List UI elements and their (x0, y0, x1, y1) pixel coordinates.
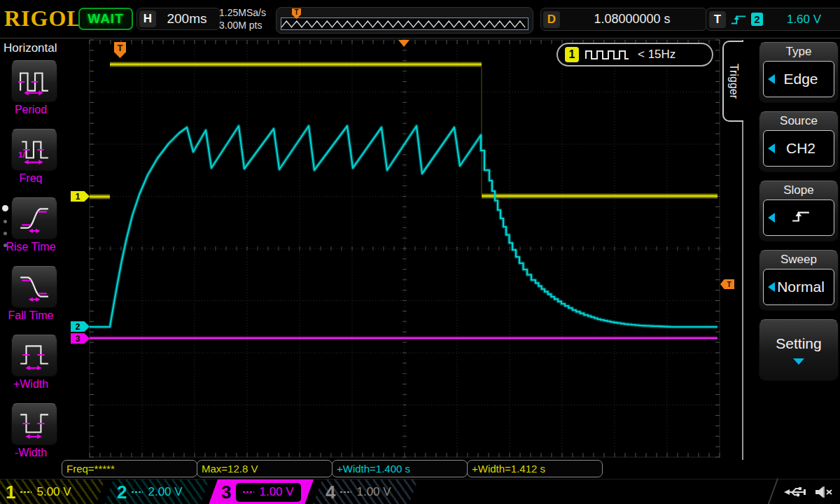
slope-value-box[interactable] (763, 200, 834, 236)
channel1-scale: 5.00 V (36, 485, 71, 499)
badge-channel-chip: 1 (565, 47, 579, 62)
measurement-max: Max=12.8 V (197, 460, 332, 477)
rising-edge-icon (791, 209, 811, 223)
trigger-source-group[interactable]: Source CH2 (759, 111, 839, 172)
left-triangle-icon (768, 213, 775, 223)
channel4-number: 4 (326, 480, 335, 504)
menu-tab-trigger: Trigger (722, 41, 743, 122)
channel2-scale: 2.00 V (148, 485, 182, 499)
scope-display: T T 1 2 3 1 < 15Hz Freq=***** Max=12.8 V… (62, 38, 721, 479)
channel3-status[interactable]: 3 1.00 V (209, 479, 314, 504)
channel3-inner: 1.00 V (236, 483, 300, 502)
slope-label: Slope (760, 181, 838, 199)
left-triangle-icon (768, 282, 775, 292)
dc-coupling-icon (132, 491, 143, 493)
channel-bar-separator (767, 478, 778, 504)
graticule-and-traces (0, 0, 840, 504)
trigger-frequency-badge: 1 < 15Hz (556, 43, 713, 66)
setting-label: Setting (776, 335, 821, 352)
channel1-status[interactable]: 1 5.00 V (0, 479, 105, 504)
usb-icon (784, 486, 808, 498)
channel4-scale: 1.00 V (356, 485, 391, 499)
sweep-value: Normal (775, 279, 827, 295)
measurement-pwidth2: +Width=1.412 s (467, 460, 603, 477)
sweep-value-box[interactable]: Normal (763, 269, 834, 305)
source-value: CH2 (775, 140, 827, 157)
down-triangle-icon (793, 358, 804, 365)
channel1-number: 1 (6, 480, 15, 504)
source-label: Source (760, 112, 838, 130)
type-value: Edge (775, 71, 827, 88)
sweep-label: Sweep (760, 251, 838, 268)
dc-coupling-icon (243, 491, 254, 493)
trigger-type-group[interactable]: Type Edge (759, 42, 839, 103)
channel2-number: 2 (117, 480, 127, 504)
badge-frequency-text: < 15Hz (638, 48, 676, 62)
channel4-inner: 1.00 V (340, 485, 391, 499)
slope-value-icon-wrap (775, 209, 827, 227)
trigger-setting-group[interactable]: Setting (759, 319, 839, 381)
channel2-inner: 2.00 V (132, 485, 182, 499)
trigger-slope-group[interactable]: Slope (759, 181, 839, 241)
measurement-pwidth1: +Width=1.400 s (332, 460, 468, 477)
trigger-menu: Trigger Type Edge Source CH2 Slope (721, 38, 840, 479)
channel1-inner: 5.00 V (20, 485, 71, 499)
source-value-box[interactable]: CH2 (763, 130, 834, 167)
oscilloscope-screen: RIGOL WAIT H 200ms 1.25MSa/s 3.00M pts T… (0, 0, 840, 504)
type-value-box[interactable]: Edge (763, 61, 834, 97)
channel2-status[interactable]: 2 2.00 V (104, 479, 209, 504)
status-icons (784, 479, 833, 504)
trigger-sweep-group[interactable]: Sweep Normal (759, 250, 839, 311)
left-triangle-icon (768, 74, 775, 84)
type-label: Type (760, 43, 838, 60)
channel3-number: 3 (221, 480, 231, 504)
square-wave-icon (584, 49, 632, 60)
left-triangle-icon (768, 144, 775, 153)
delay-center-marker (398, 40, 410, 47)
sound-off-icon (815, 485, 833, 499)
measurement-freq: Freq=***** (62, 460, 197, 477)
channel4-status[interactable]: 4 1.00 V (313, 479, 418, 504)
channel-status-bar: 1 5.00 V 2 2.00 V 3 1.00 V 4 1.00 V (0, 479, 840, 504)
dc-coupling-icon (340, 491, 351, 493)
channel3-scale: 1.00 V (259, 485, 293, 499)
dc-coupling-icon (20, 491, 31, 493)
